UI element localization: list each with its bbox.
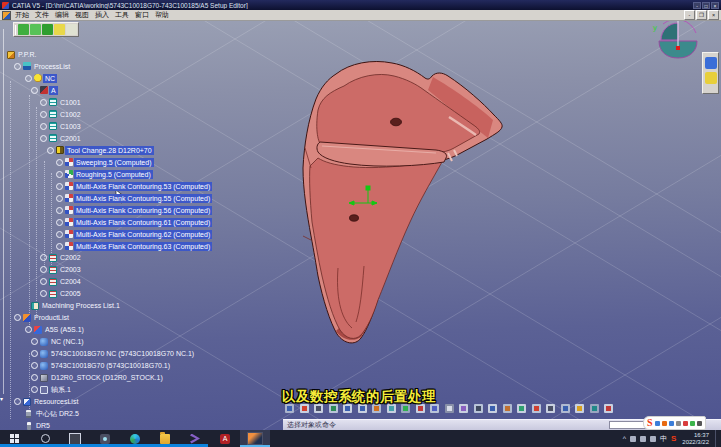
child-close-button[interactable]: ×	[708, 10, 719, 20]
expand-node-icon[interactable]	[40, 266, 47, 273]
acrobat-button[interactable]: A	[210, 430, 240, 447]
ppr-resources-icon[interactable]	[42, 24, 53, 35]
expand-node-icon[interactable]	[31, 350, 38, 357]
expand-node-icon[interactable]	[40, 278, 47, 285]
ime-mini-icon-6[interactable]	[697, 421, 702, 426]
tree-item-20[interactable]: C2005	[40, 289, 83, 299]
ime-mini-icon-2[interactable]	[669, 421, 674, 426]
tree-item-23[interactable]: A5S (A5S.1)	[25, 325, 86, 335]
expand-node-icon[interactable]	[40, 123, 47, 130]
top-view-icon[interactable]	[546, 404, 555, 413]
ppr-process-icon[interactable]	[30, 24, 41, 35]
tree-item-4[interactable]: C1001	[40, 97, 83, 107]
wireframe-icon[interactable]	[474, 404, 483, 413]
ime-mini-icon-4[interactable]	[683, 421, 688, 426]
expand-node-icon[interactable]	[56, 171, 63, 178]
ime-mini-icon-5[interactable]	[690, 421, 695, 426]
tree-item-21[interactable]: Machining Process List.1	[31, 301, 122, 311]
expand-node-icon[interactable]	[40, 111, 47, 118]
menu-item-0[interactable]: 开始	[15, 10, 29, 20]
expand-node-icon[interactable]	[14, 314, 21, 321]
tree-item-10[interactable]: Roughing.5 (Computed)	[56, 169, 153, 179]
tree-item-13[interactable]: Multi-Axis Flank Contouring.56 (Computed…	[56, 205, 212, 215]
tree-item-1[interactable]: ProcessList	[14, 61, 72, 71]
expand-node-icon[interactable]	[31, 386, 38, 393]
analyze-icon[interactable]	[705, 72, 717, 84]
menu-item-1[interactable]: 文件	[35, 10, 49, 20]
bottom-view-icon[interactable]	[561, 404, 570, 413]
tree-item-16[interactable]: Multi-Axis Flank Contouring.63 (Computed…	[56, 241, 212, 251]
menu-item-6[interactable]: 窗口	[135, 10, 149, 20]
front-view-icon[interactable]	[488, 404, 497, 413]
tree-item-12[interactable]: Multi-Axis Flank Contouring.55 (Computed…	[56, 193, 212, 203]
menu-item-4[interactable]: 插入	[95, 10, 109, 20]
network-icon[interactable]	[650, 436, 656, 442]
expand-node-icon[interactable]	[40, 290, 47, 297]
update-icon[interactable]	[705, 57, 717, 69]
expand-node-icon[interactable]	[56, 159, 63, 166]
right-view-icon[interactable]	[532, 404, 541, 413]
expand-node-icon[interactable]	[31, 338, 38, 345]
shading-icon[interactable]	[445, 404, 454, 413]
maximize-button[interactable]: □	[702, 2, 710, 9]
ime-mini-icon-1[interactable]	[662, 421, 667, 426]
ppr-product-icon[interactable]	[18, 24, 29, 35]
menu-item-7[interactable]: 帮助	[155, 10, 169, 20]
expand-node-icon[interactable]	[40, 254, 47, 261]
tree-item-24[interactable]: NC (NC.1)	[31, 337, 86, 347]
shading-edges-icon[interactable]	[459, 404, 468, 413]
expand-node-icon[interactable]	[31, 362, 38, 369]
open-catalog-icon[interactable]	[54, 24, 65, 35]
menu-item-3[interactable]: 视图	[75, 10, 89, 20]
menu-item-5[interactable]: 工具	[115, 10, 129, 20]
tree-item-29[interactable]: ResourcesList	[14, 397, 80, 407]
ime-mini-icon-0[interactable]	[655, 421, 660, 426]
expand-node-icon[interactable]	[14, 63, 21, 70]
expand-node-icon[interactable]	[56, 207, 63, 214]
mount-resource-icon[interactable]	[66, 24, 77, 35]
tree-item-8[interactable]: Tool Change.28 D12R0+70	[47, 145, 154, 155]
taskbar-clock[interactable]: 16:37 2022/3/22	[680, 432, 711, 445]
battery-icon[interactable]	[640, 436, 646, 442]
tree-item-7[interactable]: C2001	[40, 133, 83, 143]
tray-expand-icon[interactable]: ^	[623, 430, 626, 447]
tree-item-6[interactable]: C1003	[40, 121, 83, 131]
expand-node-icon[interactable]	[40, 99, 47, 106]
expand-node-icon[interactable]	[56, 195, 63, 202]
tree-item-18[interactable]: C2003	[40, 265, 83, 275]
tree-item-14[interactable]: Multi-Axis Flank Contouring.61 (Computed…	[56, 217, 212, 227]
tree-item-27[interactable]: D12R0_STOCK (D12R0_STOCK.1)	[31, 373, 165, 383]
show-desktop-button[interactable]	[715, 430, 719, 447]
expand-node-icon[interactable]	[56, 219, 63, 226]
page-setup-icon[interactable]	[604, 404, 613, 413]
tree-item-9[interactable]: Sweeping.5 (Computed)	[56, 157, 154, 167]
tree-item-15[interactable]: Multi-Axis Flank Contouring.62 (Computed…	[56, 229, 212, 239]
expand-node-icon[interactable]	[31, 87, 38, 94]
tree-item-22[interactable]: ProductList	[14, 313, 71, 323]
ime-indicator[interactable]: 中	[660, 434, 667, 444]
tree-item-5[interactable]: C1002	[40, 109, 83, 119]
tree-item-30[interactable]: 中心钻 DR2.5	[25, 409, 81, 419]
tree-item-26[interactable]: 5743C10018G70 (5743C10018G70.1)	[31, 361, 172, 371]
expand-node-icon[interactable]	[25, 326, 32, 333]
pen-tray-icon[interactable]	[630, 436, 636, 442]
expand-node-icon[interactable]	[25, 75, 32, 82]
tree-item-0[interactable]: P.P.R.	[7, 50, 38, 60]
tree-item-2[interactable]: NC	[25, 73, 57, 83]
tree-item-17[interactable]: C2002	[40, 253, 83, 263]
expand-node-icon[interactable]	[40, 135, 47, 142]
expand-node-icon[interactable]	[56, 183, 63, 190]
expand-node-icon[interactable]	[56, 243, 63, 250]
sogou-tray-icon[interactable]: S	[671, 434, 676, 443]
tree-item-11[interactable]: Multi-Axis Flank Contouring.53 (Computed…	[56, 181, 212, 191]
sogou-ime-bar[interactable]: S	[643, 416, 706, 430]
sogou-logo-icon[interactable]: S	[647, 418, 653, 428]
tree-item-19[interactable]: C2004	[40, 277, 83, 287]
expand-node-icon[interactable]	[56, 231, 63, 238]
back-view-icon[interactable]	[503, 404, 512, 413]
expand-node-icon[interactable]	[31, 374, 38, 381]
child-restore-button[interactable]: ❐	[696, 10, 707, 20]
tree-item-28[interactable]: 轴系.1	[31, 385, 73, 395]
minimize-button[interactable]: -	[693, 2, 701, 9]
left-view-icon[interactable]	[517, 404, 526, 413]
